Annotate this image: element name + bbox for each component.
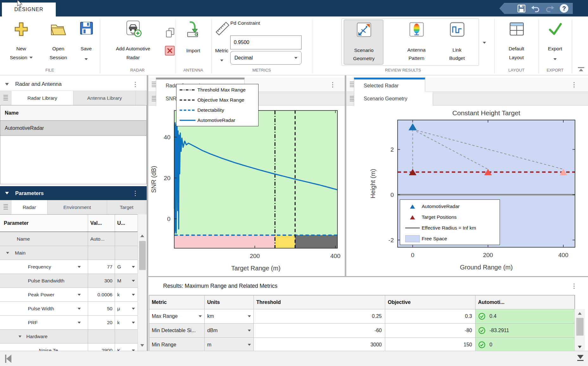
antenna-pattern-label1: Antenna	[397, 46, 436, 54]
results-objective-min-range[interactable]: 150	[385, 338, 476, 352]
redo-icon[interactable]	[545, 5, 555, 12]
results-units-min-detectable[interactable]: dBm	[205, 324, 254, 338]
param-group-hardware[interactable]: Hardware	[0, 330, 137, 344]
tab-environment[interactable]: Environment	[48, 200, 107, 214]
antenna-pattern-button[interactable]: Antenna Pattern	[397, 20, 436, 65]
geometry-chart-legend: AutomotiveRadar Target Positions Effecti…	[400, 199, 500, 245]
antenna-pattern-label2: Pattern	[397, 54, 436, 62]
radar-antenna-header[interactable]: Radar and Antenna ⋮	[0, 78, 147, 91]
ribbon: FILE RADAR ANTENNA METRICS REVIEW RESULT…	[0, 16, 588, 75]
save-icon[interactable]	[517, 4, 526, 13]
results-menu-icon[interactable]: ⋮	[571, 283, 577, 289]
right-sub-tabbar: Scenario Geometry	[346, 92, 588, 106]
results-table: Metric Units Threshold Objective Automot…	[149, 295, 575, 353]
results-metric-min-detectable[interactable]: Min Detectable Si...	[149, 324, 205, 338]
col-units: U...	[115, 215, 137, 231]
scroll-down-icon[interactable]	[575, 343, 585, 351]
results-units-max-range[interactable]: km	[205, 309, 254, 324]
tab-target[interactable]: Target	[107, 200, 146, 214]
import-label: Import	[177, 46, 209, 55]
collapse-chevron-icon[interactable]	[5, 83, 9, 85]
scrollbar-thumb[interactable]	[576, 318, 584, 336]
tab-designer[interactable]: DESIGNER	[2, 3, 56, 16]
parameters-scrollbar[interactable]	[137, 214, 147, 351]
legend-detectability: Detectability	[197, 107, 224, 113]
gallery-dropdown-button[interactable]	[483, 39, 486, 45]
param-row-noise-temperature[interactable]: Noise Te... 2900 K	[0, 344, 137, 351]
parameters-header[interactable]: Parameters ⋮	[0, 186, 147, 200]
collapse-ribbon-button[interactable]	[578, 67, 584, 72]
title-bar: DESIGNER ?	[0, 0, 588, 16]
results-objective-min-detectable[interactable]: -80	[385, 324, 476, 338]
delete-radar-icon[interactable]	[165, 46, 175, 56]
radar-library-name-header[interactable]: Name	[0, 105, 146, 121]
results-metric-min-range[interactable]: Min Range	[149, 338, 205, 352]
center-tabbar-menu-icon[interactable]: ⋮	[329, 81, 336, 88]
param-row-peak-power[interactable]: Peak Power 0.0006 k	[0, 288, 137, 302]
results-title: Results: Maximum Range and Related Metri…	[163, 283, 278, 289]
collapse-panel-left-icon[interactable]	[5, 355, 11, 363]
save-label: Save	[77, 44, 96, 53]
help-icon[interactable]: ?	[560, 4, 568, 13]
tab-radar[interactable]: Radar	[11, 200, 48, 214]
collapse-chevron-icon[interactable]	[5, 192, 9, 194]
param-row-frequency[interactable]: Frequency 77 G	[0, 260, 137, 274]
legend-threshold-max-range: Threshold Max Range	[197, 87, 246, 93]
parameter-table: Parameter Val... U... Name Auto... Main …	[0, 214, 137, 351]
pd-constraint-input[interactable]: 0.9500	[230, 35, 302, 49]
scroll-up-icon[interactable]	[138, 232, 147, 240]
scroll-up-icon[interactable]	[575, 310, 585, 317]
results-value-min-range: 0	[476, 338, 575, 352]
svg-text:-2: -2	[388, 237, 394, 243]
import-icon	[186, 21, 201, 38]
undo-icon[interactable]	[531, 5, 540, 12]
scroll-to-bottom-icon[interactable]	[577, 355, 584, 361]
param-row-pulse-bandwidth[interactable]: Pulse Bandwidth 300 M	[0, 274, 137, 288]
tab-scenario-geometry[interactable]: Scenario Geometry	[354, 92, 433, 106]
tab-selected-radar[interactable]: Selected Radar	[354, 78, 425, 92]
results-objective-max-range[interactable]: 0.3	[385, 309, 476, 324]
results-threshold-min-range[interactable]: 3000	[254, 338, 385, 352]
open-session-icon	[50, 22, 66, 37]
legend-effective-radius: Effective Radius = Inf km	[422, 225, 476, 231]
scrollbar-thumb[interactable]	[139, 241, 146, 270]
new-session-label2: Session	[10, 53, 27, 62]
radar-antenna-menu-icon[interactable]: ⋮	[132, 81, 138, 87]
tab-radar-library[interactable]: Radar Library	[11, 91, 74, 105]
radar-library-row-automotiveradar[interactable]: AutomotiveRadar	[0, 121, 146, 136]
param-row-name[interactable]: Name Auto...	[0, 232, 137, 246]
param-row-prf[interactable]: PRF 20 k	[0, 316, 137, 330]
parameters-tabstrip: Radar Environment Target	[0, 200, 147, 214]
drag-grip-icon[interactable]	[0, 200, 11, 214]
legend-geo-automotiveradar: AutomotiveRadar	[422, 204, 460, 209]
right-tabbar-menu-icon[interactable]: ⋮	[571, 81, 577, 88]
open-session-label2: Session	[42, 53, 74, 62]
results-metric-max-range[interactable]: Max Range	[149, 309, 205, 324]
svg-text:0: 0	[411, 252, 414, 258]
results-scrollbar[interactable]	[574, 309, 585, 351]
scenario-geometry-button[interactable]: Scenario Geometry	[344, 20, 383, 65]
param-group-main[interactable]: Main	[0, 246, 137, 260]
drag-grip-icon[interactable]	[0, 91, 11, 105]
svg-text:0: 0	[390, 192, 394, 198]
free-space-patch-icon	[405, 235, 420, 242]
scenario-geometry-icon	[357, 22, 371, 37]
results-units-min-range[interactable]: m	[205, 338, 254, 352]
svg-text:40: 40	[164, 134, 170, 141]
svg-text:0: 0	[167, 216, 170, 222]
results-threshold-max-range[interactable]: 0.25	[254, 309, 385, 324]
param-row-pulse-width[interactable]: Pulse Width 50 μ	[0, 302, 137, 316]
scroll-down-icon[interactable]	[138, 342, 147, 349]
results-col-automotiveradar: Automoti...	[476, 295, 575, 309]
svg-text:Height (m): Height (m)	[369, 169, 376, 198]
link-budget-button[interactable]: Link Budget	[437, 20, 477, 65]
pd-format-dropdown[interactable]: Decimal	[230, 51, 302, 65]
parameters-menu-icon[interactable]: ⋮	[132, 190, 138, 196]
target-marker-icon	[410, 215, 415, 219]
section-label-export: EXPORT	[523, 66, 587, 74]
pass-check-icon	[478, 312, 486, 320]
copy-radar-icon[interactable]	[165, 27, 176, 38]
parameters-title: Parameters	[15, 190, 44, 196]
results-threshold-min-detectable[interactable]: -60	[254, 324, 385, 338]
tab-antenna-library[interactable]: Antenna Library	[74, 91, 136, 105]
